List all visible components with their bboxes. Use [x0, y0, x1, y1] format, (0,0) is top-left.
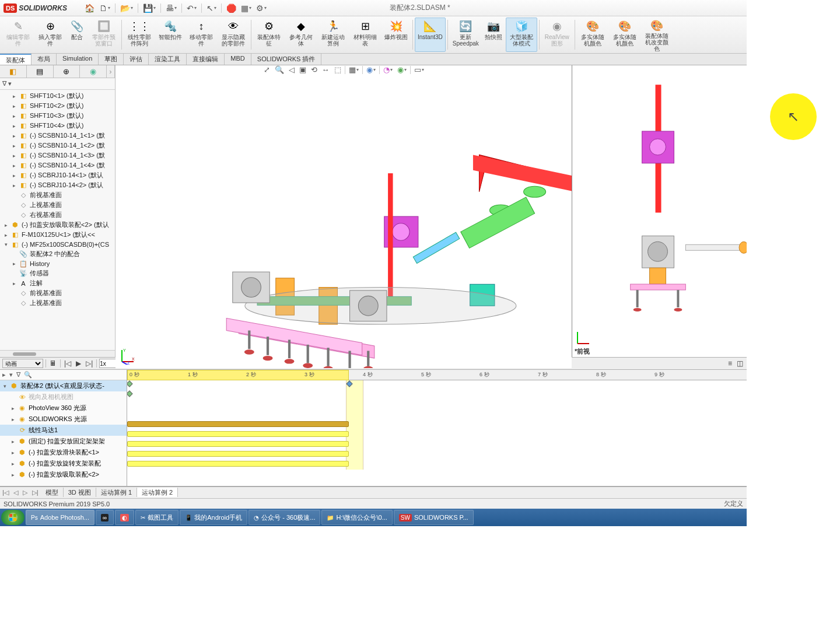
ribbon-爆炸视图[interactable]: 💥爆炸视图: [382, 18, 411, 52]
tab-SOLIDWORKS 插件[interactable]: SOLIDWORKS 插件: [251, 54, 322, 65]
ribbon-参考几何体[interactable]: ◆参考几何体: [285, 18, 317, 52]
tree-row[interactable]: ▸◧SHFT10<3> (默认): [0, 111, 115, 121]
expand-icon[interactable]: ◫: [736, 359, 744, 368]
filter-icon[interactable]: ∇: [16, 371, 20, 379]
taskbar-button[interactable]: 📁H:\微信公众号\0...: [321, 510, 392, 525]
timeline-tree-row[interactable]: ▾⬢装配体2 (默认<直观显示状态-: [0, 380, 127, 391]
expand-all-icon[interactable]: ▸: [2, 371, 6, 379]
tree-row[interactable]: ▸◧(-) SCBRJ10-14<2> (默认: [0, 180, 115, 190]
view-tab[interactable]: 运动算例 1: [96, 488, 137, 497]
undo-icon[interactable]: ↶: [187, 4, 197, 13]
tab-渲染工具[interactable]: 渲染工具: [149, 54, 187, 65]
timeline-tree-row[interactable]: ▸⬢(-) 扣盖安放滑块装配<1>: [0, 447, 127, 458]
panel-expand[interactable]: ›: [107, 65, 115, 78]
view-tab[interactable]: 3D 视图: [64, 488, 96, 497]
options-icon[interactable]: ▦: [241, 4, 251, 13]
collapse-icon[interactable]: ≡: [727, 359, 733, 368]
edit-appearance-icon[interactable]: ◔: [382, 65, 394, 74]
rebuild-icon[interactable]: 🛑: [226, 4, 236, 13]
tree-row[interactable]: 📎装配体2 中的配合: [0, 249, 115, 259]
ribbon-插入零部件[interactable]: ⊕插入零部件: [34, 18, 66, 52]
tab-MBD[interactable]: MBD: [225, 54, 251, 65]
timeline-tree-row[interactable]: ▸⬢(-) 扣盖安放吸取装配<2>: [0, 469, 127, 480]
tab-next-icon[interactable]: ▷: [20, 488, 30, 498]
tree-row[interactable]: ▸◧(-) SCBRJ10-14<1> (默认: [0, 170, 115, 180]
rotate-icon[interactable]: ⟲: [310, 65, 318, 74]
display-tab[interactable]: ◉: [80, 65, 107, 78]
timeline-tree-row[interactable]: ▸◉SOLIDWORKS 光源: [0, 414, 127, 425]
apply-scene-icon[interactable]: ◉: [396, 65, 408, 74]
ribbon-线性零部件阵列[interactable]: ⋮⋮线性零部件阵列: [124, 18, 155, 52]
save-icon[interactable]: 💾: [143, 4, 156, 13]
home-icon[interactable]: 🏠: [85, 4, 94, 13]
pan-icon[interactable]: ↔: [321, 65, 331, 74]
tree-row[interactable]: ▸◧(-) SCSBN10-14_1<1> (默: [0, 131, 115, 141]
tree-row[interactable]: ▸◧(-) SCSBN10-14_1<4> (默: [0, 160, 115, 170]
tab-Simulation[interactable]: Simulation: [57, 54, 99, 65]
select-icon[interactable]: ↖: [206, 4, 216, 13]
ribbon-新建运动算例[interactable]: 🏃新建运动算例: [317, 18, 349, 52]
tree-row[interactable]: ▸⬢(-) 扣盖安放吸取装配<2> (默认: [0, 220, 115, 230]
property-tab[interactable]: ▤: [27, 65, 54, 78]
ribbon-多实体随机颜色[interactable]: 🎨多实体随机颜色: [609, 18, 640, 52]
tree-row[interactable]: ▸◧(-) SCSBN10-14_1<2> (默: [0, 141, 115, 150]
tab-直接编辑[interactable]: 直接编辑: [187, 54, 225, 65]
feature-tree-tab[interactable]: ◧: [0, 65, 27, 78]
timeline-tree-row[interactable]: 👁视向及相机视图: [0, 391, 127, 402]
config-tab[interactable]: ⊕: [54, 65, 80, 78]
prev-view-icon[interactable]: ◁: [288, 65, 296, 74]
settings-icon[interactable]: ⚙: [256, 4, 267, 13]
ribbon-材料明细表[interactable]: ⊞材料明细表: [349, 18, 381, 52]
ribbon-零部件预览窗口[interactable]: 🔲零部件预览窗口: [88, 18, 120, 52]
display-style-icon[interactable]: ▦: [348, 65, 360, 74]
tab-布局[interactable]: 布局: [32, 54, 57, 65]
tree-row[interactable]: 📡传感器: [0, 268, 115, 278]
tree-row[interactable]: ▸📋History: [0, 259, 115, 268]
hide-show-icon[interactable]: ◉: [365, 65, 377, 74]
tab-草图[interactable]: 草图: [99, 54, 124, 65]
open-icon[interactable]: 📂: [120, 4, 133, 13]
ribbon-Instant3D[interactable]: 📐Instant3D: [415, 18, 446, 52]
tree-row[interactable]: ▸◧F-M10X125U<1> (默认<<: [0, 230, 115, 240]
ribbon-RealView 图形[interactable]: ◉RealView 图形: [541, 18, 573, 52]
view-tab[interactable]: 模型: [41, 488, 64, 497]
timeline-tree-row[interactable]: ▸◉PhotoView 360 光源: [0, 402, 127, 414]
view-orient-icon[interactable]: ⬚: [333, 65, 342, 74]
zoom-area-icon[interactable]: 🔍: [274, 65, 285, 74]
tree-row[interactable]: ▸A注解: [0, 278, 115, 288]
print-icon[interactable]: 🖶: [166, 4, 177, 13]
taskbar-button[interactable]: 📱我的Android手机: [180, 510, 247, 525]
tree-row[interactable]: ▸◧SHFT10<4> (默认): [0, 121, 115, 131]
scrollbar-thumb[interactable]: [13, 352, 36, 356]
new-icon[interactable]: 🗋: [99, 4, 110, 13]
timeline-ruler[interactable]: 0 秒1 秒2 秒3 秒4 秒5 秒6 秒7 秒8 秒9 秒: [127, 370, 747, 380]
ribbon-大型装配体模式[interactable]: 🧊大型装配体模式: [506, 18, 537, 52]
tree-row[interactable]: ◇前视基准面: [0, 190, 115, 200]
taskbar-button[interactable]: SWSOLIDWORKS P...: [394, 510, 474, 525]
tree-row[interactable]: ▸◧(-) SCSBN10-14_1<3> (默: [0, 150, 115, 160]
front-viewport[interactable]: *前视: [572, 65, 747, 357]
tree-row[interactable]: ▸◧SHFT10<1> (默认): [0, 91, 115, 101]
taskbar-button[interactable]: ✂截图工具: [135, 510, 178, 525]
viewport-icon[interactable]: ▭: [413, 65, 425, 74]
zoom-fit-icon[interactable]: ⤢: [262, 65, 271, 74]
taskbar-button[interactable]: PsAdobe Photosh...: [26, 510, 94, 525]
play-end-icon[interactable]: ▷|: [85, 359, 94, 368]
taskbar-button[interactable]: ◐: [115, 510, 134, 525]
ribbon-多实体随机颜色[interactable]: 🎨多实体随机颜色: [577, 18, 608, 52]
ribbon-配合[interactable]: 📎配合: [66, 18, 88, 52]
tree-row[interactable]: ◇上视基准面: [0, 200, 115, 210]
view-tab[interactable]: 运动算例 2: [137, 488, 178, 497]
play-start-icon[interactable]: |◁: [63, 359, 72, 368]
collapse-all-icon[interactable]: ▾: [9, 371, 13, 379]
tree-row[interactable]: ▾◧(-) MF25x100SCASDB(0)+(CS: [0, 240, 115, 249]
tree-row[interactable]: ◇前视基准面: [0, 288, 115, 298]
ribbon-装配体特征[interactable]: ⚙装配体特征: [253, 18, 285, 52]
find-icon[interactable]: 🔍: [24, 371, 32, 379]
timeline-tree-row[interactable]: ▸⬢(-) 扣盖安放旋转支架装配: [0, 458, 127, 469]
tab-装配体[interactable]: 装配体: [0, 54, 32, 65]
section-icon[interactable]: ▣: [298, 65, 307, 74]
ribbon-编辑零部件[interactable]: ✎编辑零部件: [2, 18, 34, 52]
taskbar-button[interactable]: ◔公众号 - 360极速...: [249, 510, 320, 525]
timeline-tree-row[interactable]: ⟳线性马达1: [0, 425, 127, 436]
